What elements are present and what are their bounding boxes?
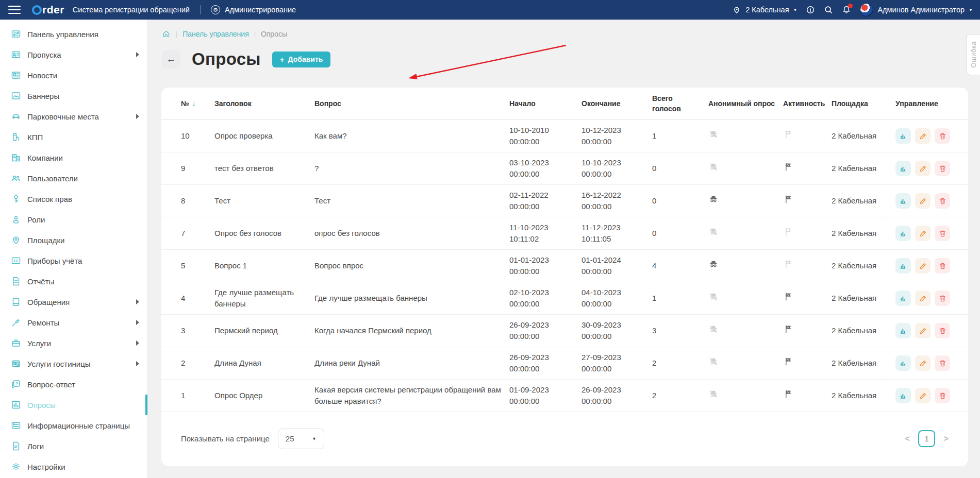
column-header-site: Площадка bbox=[832, 98, 888, 109]
stats-button[interactable] bbox=[895, 226, 911, 241]
row-end-date: 30-09-2023 00:00:00 bbox=[582, 319, 652, 343]
trash-icon bbox=[938, 327, 947, 335]
sidebar-item-hotel-services[interactable]: Услуги гостиницы bbox=[0, 353, 147, 374]
pencil-icon bbox=[919, 132, 927, 141]
sidebar-item-parking[interactable]: Парковочные места bbox=[0, 106, 147, 127]
row-title: Вопрос 1 bbox=[214, 260, 314, 272]
column-header-number[interactable]: № ↓ bbox=[181, 98, 214, 109]
edit-button[interactable] bbox=[915, 291, 931, 306]
kpp-icon bbox=[11, 132, 21, 142]
row-site: 2 Кабельная bbox=[832, 228, 888, 240]
sidebar-item-settings[interactable]: Настройки bbox=[0, 456, 147, 477]
sidebar-item-permissions[interactable]: Список прав bbox=[0, 189, 147, 209]
delete-button[interactable] bbox=[935, 258, 950, 274]
topbar-divider bbox=[200, 5, 201, 14]
sidebar-item-news[interactable]: Новости bbox=[0, 65, 147, 86]
sidebar-item-passes[interactable]: Пропуска bbox=[0, 44, 147, 65]
sidebar-item-users[interactable]: Пользователи bbox=[0, 168, 147, 189]
row-end-date: 11-12-2023 10:11:05 bbox=[582, 222, 652, 245]
users-icon bbox=[11, 173, 21, 183]
appeals-icon bbox=[11, 297, 21, 307]
stats-button[interactable] bbox=[895, 258, 911, 274]
stats-button[interactable] bbox=[895, 388, 911, 403]
delete-button[interactable] bbox=[935, 226, 950, 241]
bar-chart-icon bbox=[899, 164, 908, 173]
system-name: Система регистрации обращений bbox=[73, 6, 190, 14]
delete-button[interactable] bbox=[935, 161, 950, 176]
user-menu[interactable]: Админов Администратор ▼ bbox=[860, 3, 973, 16]
qa-icon: ? bbox=[11, 379, 21, 389]
row-question: ? bbox=[314, 163, 509, 175]
row-start-date: 01-01-2023 00:00:00 bbox=[509, 254, 582, 278]
row-question: Когда начался Пермский период bbox=[314, 325, 509, 337]
sidebar-item-qa[interactable]: ?Вопрос-ответ bbox=[0, 374, 147, 395]
sidebar-item-logs[interactable]: Логи bbox=[0, 436, 147, 456]
hamburger-menu-icon[interactable] bbox=[8, 6, 21, 14]
row-end-date: 26-09-2023 00:00:00 bbox=[582, 384, 652, 407]
sidebar-item-kpp[interactable]: КПП bbox=[0, 127, 147, 147]
breadcrumb-link-dashboard[interactable]: Панель управления bbox=[182, 30, 249, 38]
row-number: 9 bbox=[181, 163, 214, 175]
sidebar-item-repairs[interactable]: Ремонты bbox=[0, 312, 147, 333]
search-icon[interactable] bbox=[824, 5, 833, 14]
error-feedback-tab[interactable]: Ошибка bbox=[966, 34, 980, 75]
stats-button[interactable] bbox=[895, 323, 911, 338]
next-page-button[interactable]: > bbox=[943, 434, 949, 444]
edit-button[interactable] bbox=[915, 161, 931, 176]
add-button[interactable]: + Добавить bbox=[272, 52, 331, 67]
delete-button[interactable] bbox=[935, 355, 950, 371]
trash-icon bbox=[938, 132, 947, 141]
back-button[interactable]: ← bbox=[162, 50, 180, 69]
sidebar-item-reports[interactable]: Отчёты bbox=[0, 271, 147, 292]
delete-button[interactable] bbox=[935, 388, 950, 403]
location-selector[interactable]: 2 Кабельная ▼ bbox=[732, 5, 797, 14]
notifications-bell-icon[interactable] bbox=[842, 5, 851, 14]
edit-button[interactable] bbox=[915, 128, 931, 144]
current-page-button[interactable]: 1 bbox=[918, 430, 935, 447]
sidebar-item-companies[interactable]: Компании bbox=[0, 147, 147, 168]
sidebar-item-sites[interactable]: Площадки bbox=[0, 230, 147, 250]
edit-button[interactable] bbox=[915, 258, 931, 274]
stats-button[interactable] bbox=[895, 193, 911, 209]
row-question: Как вам? bbox=[314, 130, 509, 142]
row-start-date: 02-10-2023 00:00:00 bbox=[509, 287, 582, 310]
stats-button[interactable] bbox=[895, 128, 911, 144]
anonymous-off-icon bbox=[708, 324, 719, 334]
sidebar-item-roles[interactable]: Роли bbox=[0, 209, 147, 230]
sidebar-item-appeals[interactable]: Обращения bbox=[0, 292, 147, 312]
row-end-date: 10-12-2023 00:00:00 bbox=[582, 125, 652, 148]
edit-button[interactable] bbox=[915, 226, 931, 241]
edit-button[interactable] bbox=[915, 323, 931, 338]
roles-icon bbox=[11, 214, 21, 225]
stats-button[interactable] bbox=[895, 161, 911, 176]
delete-button[interactable] bbox=[935, 323, 950, 338]
chevron-right-icon bbox=[136, 114, 139, 119]
per-page-select[interactable]: 25 ▼ bbox=[278, 429, 324, 449]
info-icon[interactable] bbox=[806, 5, 815, 14]
delete-button[interactable] bbox=[935, 128, 950, 144]
location-pin-icon bbox=[732, 5, 741, 14]
sidebar-item-polls[interactable]: Опросы bbox=[0, 395, 147, 415]
edit-button[interactable] bbox=[915, 193, 931, 209]
delete-button[interactable] bbox=[935, 193, 950, 209]
row-question: Вопрос впрос bbox=[314, 260, 509, 272]
edit-button[interactable] bbox=[915, 388, 931, 403]
sidebar-menu: Панель управленияПропускаНовостиБаннерыП… bbox=[0, 24, 147, 477]
previous-page-button[interactable]: < bbox=[905, 434, 910, 444]
row-start-date: 02-11-2022 00:00:00 bbox=[509, 190, 582, 213]
home-icon[interactable] bbox=[162, 29, 171, 38]
stats-button[interactable] bbox=[895, 355, 911, 371]
pencil-icon bbox=[919, 262, 927, 270]
plus-icon: + bbox=[280, 55, 285, 64]
row-site: 2 Кабельная bbox=[832, 390, 888, 402]
row-number: 10 bbox=[181, 130, 214, 142]
edit-button[interactable] bbox=[915, 355, 931, 371]
sidebar-item-dashboard[interactable]: Панель управления bbox=[0, 24, 147, 44]
sidebar-item-banners[interactable]: Баннеры bbox=[0, 86, 147, 106]
sidebar-item-info-pages[interactable]: Информационные страницы bbox=[0, 415, 147, 436]
stats-button[interactable] bbox=[895, 291, 911, 306]
delete-button[interactable] bbox=[935, 291, 950, 306]
sidebar-item-meters[interactable]: 12Приборы учёта bbox=[0, 250, 147, 271]
anonymous-off-icon bbox=[708, 356, 719, 367]
sidebar-item-services[interactable]: Услуги bbox=[0, 333, 147, 353]
